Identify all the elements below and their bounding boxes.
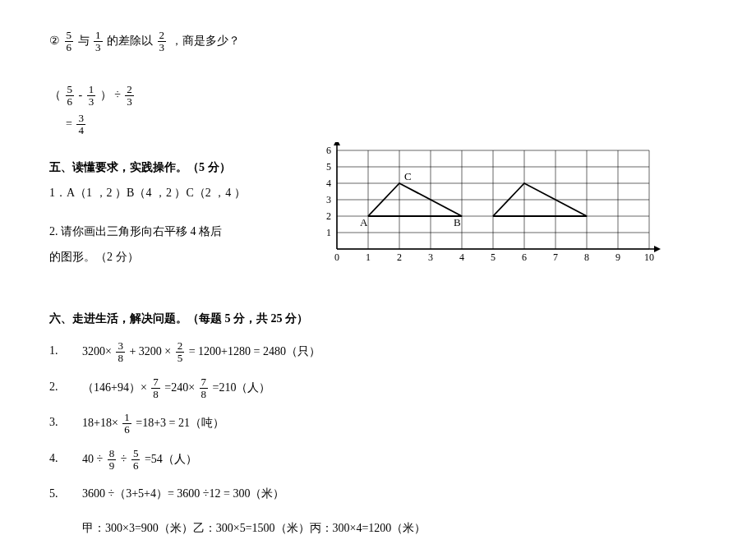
- minus: -: [79, 89, 83, 101]
- svg-text:9: 9: [615, 251, 620, 263]
- svg-text:2: 2: [326, 210, 331, 222]
- svg-text:2: 2: [397, 251, 402, 263]
- q1-p3: = 1200+1280 = 2480（只）: [189, 345, 320, 357]
- q1-p2: + 3200 ×: [129, 345, 171, 357]
- svg-text:1: 1: [326, 227, 331, 238]
- svg-text:3: 3: [326, 194, 331, 205]
- frac-1-3: 13: [94, 30, 103, 54]
- sec5-line2a: 2. 请你画出三角形向右平移 4 格后: [49, 221, 296, 242]
- svg-text:8: 8: [584, 251, 589, 263]
- svg-text:A: A: [360, 216, 368, 228]
- frac-1-3b: 13: [87, 84, 96, 108]
- frac-3-8: 38: [116, 340, 125, 365]
- q1-num: 1.: [49, 340, 58, 361]
- q5-num: 5.: [49, 483, 58, 504]
- q3-p2: =18+3 = 21（吨）: [136, 417, 224, 429]
- svg-text:6: 6: [326, 145, 331, 156]
- rparen: ）: [100, 89, 112, 101]
- svg-marker-19: [654, 246, 661, 252]
- sec6-q4: 4. 40 ÷ 89 ÷ 56 =54（人）: [49, 448, 707, 473]
- svg-text:10: 10: [644, 251, 654, 263]
- frac-2-3b: 23: [125, 84, 134, 108]
- q4-p2: ÷: [121, 453, 127, 465]
- q4-p1: 40 ÷: [82, 453, 103, 465]
- q3-num: 3.: [49, 412, 58, 432]
- svg-text:5: 5: [326, 161, 331, 173]
- eq: =: [66, 118, 72, 130]
- sec6-q5: 5. 3600 ÷（3+5+4）= 3600 ÷12 = 300（米） 甲：30…: [49, 483, 707, 535]
- grid-svg: 012345678910123456ABC: [312, 142, 666, 274]
- svg-text:0: 0: [334, 251, 339, 263]
- sec6-q2: 2. （146+94）× 78 =240× 78 =210（人）: [49, 376, 707, 401]
- frac-7-8: 78: [151, 376, 160, 401]
- svg-text:C: C: [404, 170, 412, 182]
- q2-work-line2: = 34: [66, 113, 707, 137]
- frac-3-4: 34: [76, 113, 85, 137]
- svg-text:4: 4: [326, 178, 331, 189]
- q5-p2: 甲：300×3=900（米）乙：300×5=1500（米）丙：300×4=120…: [82, 518, 707, 535]
- grid-chart: 012345678910123456ABC: [312, 142, 666, 274]
- svg-text:B: B: [454, 216, 461, 228]
- frac-5-6b: 56: [66, 84, 75, 108]
- svg-text:6: 6: [522, 251, 527, 263]
- frac-1-6: 16: [122, 412, 131, 436]
- div: ÷: [114, 89, 121, 101]
- svg-text:5: 5: [491, 251, 496, 263]
- q2-p3: =210（人）: [213, 381, 271, 394]
- lparen: （: [49, 89, 61, 101]
- svg-text:4: 4: [459, 251, 464, 263]
- sec6-q1: 1. 3200× 38 + 3200 × 25 = 1200+1280 = 24…: [49, 340, 707, 365]
- frac-2-3: 23: [158, 30, 167, 54]
- q2-num: 2.: [49, 376, 58, 397]
- q3-p1: 18+18×: [82, 417, 118, 429]
- sec5-title: 五、读懂要求，实践操作。（5 分）: [49, 157, 296, 178]
- frac-7-8b: 78: [200, 376, 209, 401]
- q2-marker: ②: [49, 35, 60, 47]
- q2-problem: ② 56 与 13 的差除以 23 ，商是多少？: [49, 30, 707, 54]
- sec6-q3: 3. 18+18× 16 =18+3 = 21（吨）: [49, 412, 707, 436]
- svg-text:3: 3: [428, 251, 433, 263]
- frac-2-5: 25: [176, 340, 185, 365]
- frac-5-6: 56: [65, 30, 74, 54]
- q4-num: 4.: [49, 448, 58, 468]
- text-shang: ，商是多少？: [171, 35, 240, 47]
- q2-p2: =240×: [164, 381, 195, 394]
- sec5-line2b: 的图形。（2 分）: [49, 247, 296, 267]
- text-de-cha: 的差除以: [107, 35, 153, 47]
- q2-p1: （146+94）×: [82, 381, 147, 394]
- sec5-line1: 1．A（1 ，2 ）B（4 ，2 ）C（2 ，4 ）: [49, 182, 296, 203]
- q2-work-line1: （ 56 - 13 ） ÷ 23: [49, 84, 707, 108]
- frac-5-6c: 56: [131, 448, 141, 473]
- sec6-title: 六、走进生活，解决问题。（每题 5 分，共 25 分）: [49, 308, 707, 329]
- text-yu: 与: [78, 35, 90, 47]
- q1-p1: 3200×: [82, 345, 112, 357]
- svg-marker-21: [334, 142, 340, 145]
- q5-p1: 3600 ÷（3+5+4）= 3600 ÷12 = 300（米）: [82, 487, 284, 500]
- svg-text:1: 1: [366, 251, 371, 263]
- svg-text:7: 7: [553, 251, 558, 263]
- q4-p3: =54（人）: [145, 453, 197, 465]
- frac-8-9: 89: [108, 448, 117, 473]
